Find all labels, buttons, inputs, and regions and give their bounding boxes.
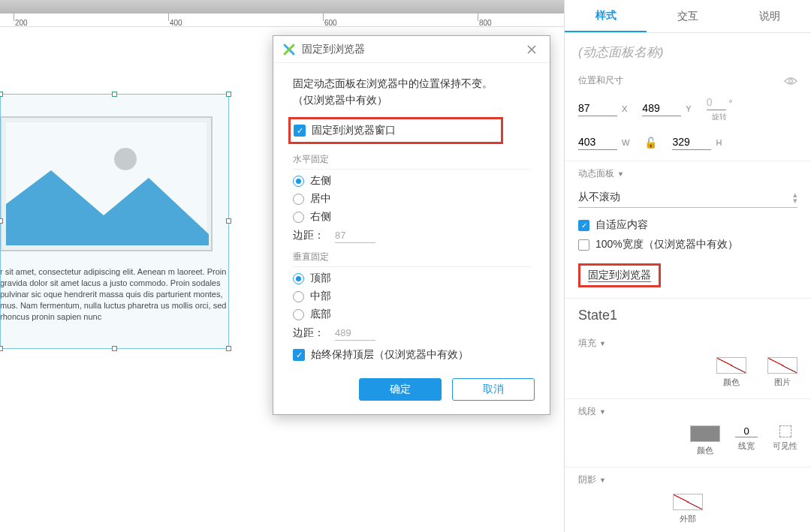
visibility-icon[interactable] — [784, 77, 797, 86]
keep-front-label: 始终保持顶层（仅浏览器中有效） — [311, 348, 469, 362]
radio-right-label: 右侧 — [310, 210, 331, 224]
resize-handle[interactable] — [0, 92, 3, 97]
tab-interactions[interactable]: 交互 — [647, 0, 728, 32]
close-icon — [527, 45, 536, 54]
top-scrollbar[interactable] — [0, 0, 564, 14]
line-width-input[interactable] — [735, 425, 758, 437]
radio-center-label: 居中 — [310, 192, 331, 206]
caret-down-icon[interactable]: ▼ — [599, 408, 606, 416]
pin-checkbox-label: 固定到浏览器窗口 — [312, 124, 396, 137]
radio-center[interactable] — [293, 194, 304, 205]
axure-logo-icon — [282, 43, 296, 56]
h-margin-input[interactable] — [335, 228, 375, 243]
dialog-titlebar[interactable]: 固定到浏览器 — [273, 36, 550, 63]
ok-button[interactable]: 确定 — [359, 378, 442, 401]
h-label: H — [716, 138, 722, 147]
lock-aspect-icon[interactable]: 🔓 — [644, 137, 657, 149]
line-color-label: 颜色 — [697, 445, 713, 456]
dynamic-panel-head: 动态面板 — [578, 167, 614, 180]
rotation-label: 旋转 — [712, 112, 727, 122]
caret-down-icon[interactable]: ▼ — [599, 340, 606, 347]
fit-content-label: 自适应内容 — [595, 218, 648, 232]
ruler-tick-400: 400 — [170, 19, 182, 27]
h-margin-label: 边距： — [293, 229, 324, 242]
scroll-value: 从不滚动 — [578, 191, 620, 204]
tab-style[interactable]: 样式 — [565, 0, 647, 32]
v-margin-label: 边距： — [293, 326, 324, 340]
widget-name-input[interactable]: (动态面板名称) — [565, 33, 811, 68]
radio-left[interactable] — [293, 176, 304, 187]
x-label: X — [622, 104, 627, 113]
h-input[interactable] — [672, 134, 711, 150]
ruler-tick-800: 800 — [479, 19, 492, 27]
selection-outline[interactable] — [0, 94, 229, 349]
caret-down-icon[interactable]: ▼ — [617, 170, 624, 178]
resize-handle[interactable] — [0, 218, 3, 224]
line-visibility-label: 可见性 — [773, 440, 797, 452]
horizontal-section-head: 水平固定 — [293, 153, 530, 170]
resize-handle[interactable] — [112, 346, 117, 351]
radio-middle[interactable] — [293, 291, 304, 302]
tab-notes[interactable]: 说明 — [729, 0, 811, 32]
fill-color-label: 颜色 — [723, 377, 740, 388]
line-head: 线段 — [578, 405, 596, 418]
resize-handle[interactable] — [226, 92, 231, 97]
radio-middle-label: 中部 — [310, 290, 331, 303]
w-input[interactable] — [578, 134, 617, 150]
resize-handle[interactable] — [226, 218, 231, 224]
radio-left-label: 左侧 — [310, 174, 331, 188]
y-label: Y — [686, 104, 691, 113]
x-input[interactable] — [578, 101, 617, 116]
resize-handle[interactable] — [0, 346, 3, 351]
state-name[interactable]: State1 — [565, 299, 811, 331]
rotation-deg: ° — [729, 98, 732, 107]
dialog-desc-1: 固定动态面板在浏览器中的位置保持不变。 — [293, 75, 530, 92]
radio-bottom-label: 底部 — [310, 308, 331, 321]
shadow-head: 阴影 — [578, 473, 596, 486]
highlight-box: ✓ 固定到浏览器窗口 — [288, 117, 503, 144]
radio-right[interactable] — [293, 212, 304, 223]
v-margin-input[interactable] — [335, 326, 375, 341]
fill-head: 填充 — [578, 337, 596, 350]
line-visibility-toggle[interactable] — [779, 425, 791, 437]
vertical-section-head: 垂直固定 — [293, 251, 530, 267]
ruler-tick-600: 600 — [324, 19, 337, 27]
highlight-box-2: 固定到浏览器 — [578, 263, 661, 287]
dialog-desc-2: （仅浏览器中有效） — [293, 92, 530, 108]
full-width-checkbox[interactable] — [578, 239, 589, 251]
fit-content-checkbox[interactable]: ✓ — [578, 220, 589, 231]
y-input[interactable] — [642, 101, 681, 116]
caret-down-icon[interactable]: ▼ — [599, 476, 606, 484]
close-button[interactable] — [523, 41, 541, 59]
panel-tabs: 样式 交互 说明 — [565, 0, 811, 33]
ruler-tick-200: 200 — [15, 19, 28, 27]
w-label: W — [622, 138, 629, 147]
line-color-swatch[interactable] — [690, 425, 720, 442]
keep-front-checkbox[interactable]: ✓ — [293, 349, 305, 361]
scroll-select[interactable]: 从不滚动 ▴▾ — [578, 188, 797, 208]
radio-top[interactable] — [293, 273, 304, 284]
inspector-panel: 样式 交互 说明 (动态面板名称) 位置和尺寸 X Y ° 旋转 W 🔓 H 动… — [564, 0, 811, 532]
stepper-icon[interactable]: ▴▾ — [793, 191, 797, 203]
svg-point-1 — [789, 79, 793, 83]
rotation-input[interactable] — [707, 95, 726, 110]
radio-top-label: 顶部 — [310, 272, 331, 285]
position-size-head: 位置和尺寸 — [578, 74, 623, 87]
resize-handle[interactable] — [226, 346, 231, 351]
fill-image-label: 图片 — [774, 377, 791, 388]
radio-bottom[interactable] — [293, 309, 304, 320]
full-width-label: 100%宽度（仅浏览器中有效） — [595, 238, 738, 251]
cancel-button[interactable]: 取消 — [452, 378, 535, 401]
fill-color-swatch[interactable] — [716, 357, 746, 374]
pin-browser-link[interactable]: 固定到浏览器 — [588, 269, 651, 282]
ruler-horizontal[interactable]: 200 400 600 800 — [0, 14, 564, 27]
shadow-outer-swatch[interactable] — [673, 494, 703, 510]
pin-dialog: 固定到浏览器 固定动态面板在浏览器中的位置保持不变。 （仅浏览器中有效） ✓ 固… — [273, 35, 550, 415]
fill-image-swatch[interactable] — [767, 357, 797, 374]
resize-handle[interactable] — [112, 92, 117, 97]
shadow-outer-label: 外部 — [680, 513, 696, 524]
line-width-label: 线宽 — [738, 440, 755, 452]
dialog-title: 固定到浏览器 — [302, 43, 365, 56]
pin-checkbox[interactable]: ✓ — [294, 125, 306, 137]
